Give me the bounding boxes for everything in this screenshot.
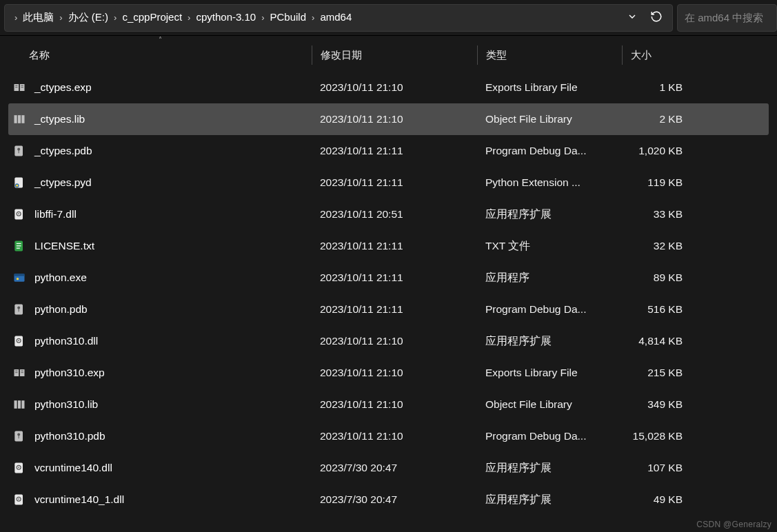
svg-rect-19 (17, 243, 21, 244)
svg-rect-35 (21, 371, 23, 371)
file-row[interactable]: python310.exp2023/10/11 21:10Exports Lib… (8, 357, 769, 389)
svg-rect-7 (18, 115, 21, 123)
file-name: python310.lib (34, 398, 98, 411)
file-size: 349 KB (622, 398, 705, 411)
breadcrumb-item[interactable]: amd64 (319, 8, 353, 25)
file-row[interactable]: LICENSE.txt2023/10/11 21:11TXT 文件32 KB (8, 230, 769, 262)
svg-rect-3 (15, 87, 17, 88)
breadcrumb-item[interactable]: cpython-3.10 (194, 8, 257, 25)
svg-rect-8 (21, 115, 24, 123)
file-size: 119 KB (622, 176, 705, 189)
file-row[interactable]: vcruntime140.dll2023/7/30 20:47应用程序扩展107… (8, 452, 769, 484)
file-type: 应用程序扩展 (477, 334, 622, 349)
file-row[interactable]: python310.pdb2023/10/11 21:10Program Deb… (8, 420, 769, 452)
file-name: LICENSE.txt (34, 240, 94, 252)
file-row[interactable]: _ctypes.pyd2023/10/11 21:11Python Extens… (8, 167, 769, 198)
file-size: 2 KB (622, 113, 705, 125)
column-header-size[interactable]: 大小 (622, 45, 705, 65)
svg-point-48 (18, 498, 19, 500)
svg-point-45 (18, 467, 19, 468)
column-header-date[interactable]: 修改日期 (312, 45, 477, 65)
svg-rect-11 (19, 150, 19, 153)
file-date: 2023/10/11 21:11 (312, 272, 477, 284)
chevron-right-icon: › (14, 12, 17, 23)
file-name: vcruntime140.dll (34, 462, 112, 474)
file-name: _ctypes.pyd (34, 176, 92, 189)
svg-rect-5 (21, 87, 23, 88)
file-row[interactable]: _ctypes.lib2023/10/11 21:10Object File L… (8, 103, 769, 135)
file-row[interactable]: _ctypes.exp2023/10/11 21:10Exports Libra… (8, 72, 769, 103)
svg-rect-42 (19, 435, 19, 438)
file-date: 2023/10/11 21:10 (312, 335, 477, 347)
file-date: 2023/10/11 21:10 (312, 113, 477, 125)
file-name: python310.dll (34, 335, 98, 347)
breadcrumb-item[interactable]: c_cppProject (121, 8, 183, 25)
file-type: Program Debug Da... (477, 303, 622, 316)
file-row[interactable]: python.pdb2023/10/11 21:11Program Debug … (8, 294, 769, 325)
chevron-right-icon: › (188, 12, 190, 23)
svg-rect-21 (17, 248, 20, 249)
column-header-type[interactable]: 类型 (477, 45, 622, 65)
file-date: 2023/10/11 20:51 (312, 208, 477, 221)
svg-rect-36 (21, 372, 23, 373)
file-size: 49 KB (622, 493, 705, 506)
column-header-name[interactable]: ˄ 名称 (8, 45, 312, 65)
file-size: 516 KB (622, 303, 705, 316)
chevron-right-icon: › (312, 12, 314, 23)
file-date: 2023/10/11 21:11 (312, 303, 477, 316)
file-row[interactable]: _ctypes.pdb2023/10/11 21:11Program Debug… (8, 135, 769, 167)
file-size: 15,028 KB (622, 430, 705, 442)
file-size: 1,020 KB (622, 145, 705, 157)
file-date: 2023/10/11 21:10 (312, 430, 477, 442)
file-row[interactable]: python310.lib2023/10/11 21:10Object File… (8, 389, 769, 420)
dll-file-icon (12, 334, 26, 348)
sort-ascending-icon: ˄ (159, 36, 162, 43)
file-date: 2023/10/11 21:10 (312, 81, 477, 94)
breadcrumb-item[interactable]: 办公 (E:) (67, 8, 110, 25)
file-row[interactable]: python310.dll2023/10/11 21:10应用程序扩展4,814… (8, 325, 769, 357)
file-row[interactable]: vcruntime140_1.dll2023/7/30 20:47应用程序扩展4… (8, 484, 769, 515)
dll-file-icon (12, 493, 26, 507)
toolbar: › 此电脑›办公 (E:)›c_cppProject›cpython-3.10›… (0, 0, 777, 36)
file-type: Exports Library File (477, 81, 622, 94)
file-row[interactable]: libffi-7.dll2023/10/11 20:51应用程序扩展33 KB (8, 198, 769, 230)
file-name: python310.exp (34, 367, 105, 379)
breadcrumb-item[interactable]: PCbuild (269, 8, 308, 25)
svg-rect-20 (17, 245, 21, 246)
file-type: Object File Library (477, 398, 622, 411)
file-size: 32 KB (622, 240, 705, 252)
file-size: 1 KB (622, 81, 705, 94)
search-box[interactable] (677, 4, 777, 32)
chevron-down-icon[interactable] (627, 11, 638, 24)
file-name: _ctypes.pdb (34, 145, 92, 157)
svg-rect-33 (15, 371, 17, 371)
pdb-file-icon (12, 303, 26, 316)
svg-rect-34 (15, 372, 17, 373)
breadcrumb-item[interactable]: 此电脑 (21, 8, 55, 25)
file-type: 应用程序扩展 (477, 493, 622, 507)
file-type: 应用程序扩展 (477, 207, 622, 222)
file-type: Program Debug Da... (477, 430, 622, 442)
file-list-pane: ˄ 名称 修改日期 类型 大小 _ctypes.exp2023/10/11 21… (0, 36, 777, 515)
file-name: python.pdb (34, 303, 88, 316)
file-type: Object File Library (477, 113, 622, 125)
svg-rect-37 (14, 400, 17, 409)
chevron-right-icon: › (114, 12, 117, 23)
file-date: 2023/10/11 21:11 (312, 240, 477, 252)
svg-rect-27 (19, 308, 19, 311)
dll-file-icon (12, 461, 26, 475)
file-date: 2023/7/30 20:47 (312, 493, 477, 506)
file-size: 4,814 KB (622, 335, 705, 347)
search-input[interactable] (685, 12, 769, 23)
svg-rect-6 (14, 115, 17, 123)
file-size: 33 KB (622, 208, 705, 221)
exp-file-icon (12, 366, 26, 380)
refresh-icon[interactable] (650, 10, 663, 25)
address-bar[interactable]: › 此电脑›办公 (E:)›c_cppProject›cpython-3.10›… (4, 4, 673, 32)
file-row[interactable]: python.exe2023/10/11 21:11应用程序89 KB (8, 262, 769, 294)
file-type: Exports Library File (477, 367, 622, 379)
file-date: 2023/10/11 21:10 (312, 367, 477, 379)
file-name: _ctypes.exp (34, 81, 92, 94)
dll-file-icon (12, 207, 26, 221)
file-type: 应用程序 (477, 271, 622, 285)
